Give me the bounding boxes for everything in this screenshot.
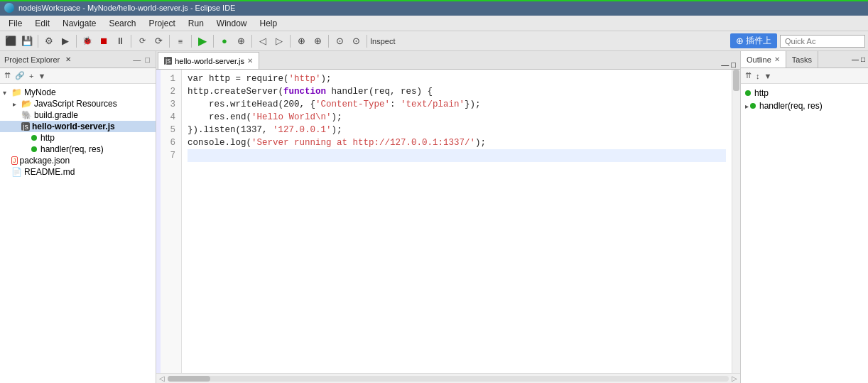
outline-maximize-button[interactable]: □ xyxy=(861,55,865,63)
editor-maximize-button[interactable]: □ xyxy=(731,60,736,69)
tree-item-helloserver[interactable]: js hello-world-server.js xyxy=(0,121,156,132)
tree-item-packagejson[interactable]: J package.json xyxy=(0,155,156,166)
menu-run[interactable]: Run xyxy=(183,17,210,30)
code-content[interactable]: var http = require('http'); http.createS… xyxy=(182,70,732,373)
minimize-button[interactable]: — xyxy=(131,55,142,65)
jsresources-icon: 📂 xyxy=(21,99,32,109)
outline-close-icon[interactable]: ✕ xyxy=(774,55,780,63)
toolbar-btn-9[interactable]: ◁ xyxy=(255,33,271,49)
tree-label-helloserver: hello-world-server.js xyxy=(32,122,115,131)
tree-item-readme[interactable]: 📄 README.md xyxy=(0,166,156,178)
toolbar-btn-7[interactable]: ● xyxy=(217,33,232,49)
menu-file[interactable]: File xyxy=(3,17,28,30)
toolbar-sep-8 xyxy=(290,35,291,48)
editor-minimize-button[interactable]: — xyxy=(721,60,729,69)
stop-button[interactable]: ⏹ xyxy=(96,33,112,49)
toolbar-btn-4[interactable]: ⟳ xyxy=(134,33,150,49)
dot-handler xyxy=(31,146,37,152)
tab-close-icon[interactable]: ✕ xyxy=(247,57,253,65)
tab-outline[interactable]: Outline ✕ xyxy=(741,51,786,68)
quick-access-input[interactable] xyxy=(780,35,865,48)
horizontal-scrollbar[interactable]: ◁ ▷ xyxy=(156,373,740,383)
outline-sort-button[interactable]: ↕ xyxy=(754,70,761,82)
tree-item-handler[interactable]: handler(req, res) xyxy=(0,144,156,155)
code-line-6: console.log('Server running at http://12… xyxy=(188,136,726,149)
scroll-right-arrow[interactable]: ▷ xyxy=(732,374,737,382)
inspect-button[interactable]: Inspect xyxy=(370,37,395,45)
outline-item-http[interactable]: http xyxy=(741,87,868,99)
eclipse-icon xyxy=(4,3,14,13)
baidu-plugin-button[interactable]: ⊕ 插件上 xyxy=(730,33,777,48)
toolbar-btn-5[interactable]: ⟳ xyxy=(151,33,166,49)
tab-js-icon: js xyxy=(164,57,172,65)
toolbar-btn-12[interactable]: ⊕ xyxy=(310,33,325,49)
code-line-4: res.end('Hello World\n'); xyxy=(188,111,726,124)
baidu-icon: ⊕ xyxy=(736,36,744,46)
code-editor[interactable]: 1 2 3 4 5 6 7 var http = require('http')… xyxy=(156,70,740,373)
toolbar-btn-2[interactable]: ▶ xyxy=(58,33,73,49)
toolbar-btn-10[interactable]: ▷ xyxy=(271,33,287,49)
vertical-scrollbar[interactable] xyxy=(732,70,740,373)
toolbar: ⬛ 💾 ⚙ ▶ 🐞 ⏹ ⏸ ⟳ ⟳ ≡ ▶ ● ⊕ ◁ ▷ ⊕ ⊕ ⊙ ⊙ In… xyxy=(0,31,868,51)
menu-search[interactable]: Search xyxy=(103,17,141,30)
new-button-exp[interactable]: + xyxy=(28,70,35,82)
outline-item-handler[interactable]: ▸ handler(req, res) xyxy=(741,99,868,112)
run-button[interactable]: ▶ xyxy=(195,33,210,49)
menu-project[interactable]: Project xyxy=(143,17,180,30)
tree-arrow-jsresources: ▸ xyxy=(13,100,20,108)
tree-item-buildgradle[interactable]: 🐘 build.gradle xyxy=(0,109,156,121)
toolbar-btn-11[interactable]: ⊕ xyxy=(293,33,309,49)
debug-button[interactable]: 🐞 xyxy=(80,33,95,49)
settings-button[interactable]: ⚙ xyxy=(41,33,57,49)
project-explorer-header: Project Explorer ✕ — □ xyxy=(0,51,156,68)
code-line-3: res.writeHead(200, {'Content-Type': 'tex… xyxy=(188,98,726,111)
main-layout: Project Explorer ✕ — □ ⇈ 🔗 + ▼ ▾ 📁 xyxy=(0,51,868,383)
tab-tasks[interactable]: Tasks xyxy=(786,51,818,68)
code-line-7 xyxy=(188,149,726,162)
toolbar-sep-9 xyxy=(328,35,329,48)
outline-tabs: Outline ✕ Tasks — □ xyxy=(741,51,868,68)
toolbar-btn-14[interactable]: ⊙ xyxy=(348,33,364,49)
right-panel: Outline ✕ Tasks — □ ⇈ ↕ ▼ http xyxy=(740,51,868,383)
toolbar-btn-8[interactable]: ⊕ xyxy=(233,33,249,49)
tree-item-jsresources[interactable]: ▸ 📂 JavaScript Resources xyxy=(0,98,156,109)
toolbar-btn-13[interactable]: ⊙ xyxy=(332,33,347,49)
panel-close-icon[interactable]: ✕ xyxy=(65,55,71,63)
outline-label-http: http xyxy=(754,88,769,98)
outline-filter-button[interactable]: ▼ xyxy=(763,70,774,82)
scrollbar-thumb-h xyxy=(168,376,210,382)
line-numbers: 1 2 3 4 5 6 7 xyxy=(161,70,182,373)
outline-label-handler: handler(req, res) xyxy=(759,101,823,111)
toolbar-btn-3[interactable]: ⏸ xyxy=(112,33,128,49)
scrollbar-track[interactable] xyxy=(168,376,729,382)
json-icon: J xyxy=(11,156,18,165)
maximize-button[interactable]: □ xyxy=(143,55,151,65)
outline-minimize-button[interactable]: — xyxy=(852,55,859,63)
new-button[interactable]: ⬛ xyxy=(3,33,18,49)
line-num-5: 5 xyxy=(166,124,175,136)
save-button[interactable]: 💾 xyxy=(19,33,35,49)
tree-item-mynode[interactable]: ▾ 📁 MyNode xyxy=(0,87,156,98)
collapse-all-button[interactable]: ⇈ xyxy=(3,70,12,82)
toolbar-sep-1 xyxy=(38,35,38,48)
menu-edit[interactable]: Edit xyxy=(29,17,55,30)
progress-bar xyxy=(0,0,868,1)
outline-arrow-handler: ▸ xyxy=(745,102,749,110)
editor-tab-helloserver[interactable]: js hello-world-server.js ✕ xyxy=(158,52,259,69)
scrollbar-thumb-v xyxy=(733,70,739,91)
menu-window[interactable]: Window xyxy=(211,17,253,30)
js-file-icon-tree: js xyxy=(21,122,30,131)
toolbar-sep-3 xyxy=(131,35,131,48)
tree-label-packagejson: package.json xyxy=(20,156,70,166)
toolbar-sep-10 xyxy=(367,35,367,48)
tree-item-http[interactable]: http xyxy=(0,132,156,144)
project-explorer-title: Project Explorer xyxy=(4,55,60,64)
toolbar-btn-6[interactable]: ≡ xyxy=(173,33,188,49)
outline-collapse-button[interactable]: ⇈ xyxy=(744,70,753,82)
filter-button[interactable]: ▼ xyxy=(36,70,47,82)
menu-help[interactable]: Help xyxy=(254,17,283,30)
gradle-icon: 🐘 xyxy=(21,110,32,120)
scroll-left-arrow[interactable]: ◁ xyxy=(159,374,165,382)
menu-navigate[interactable]: Navigate xyxy=(57,17,102,30)
link-editor-button[interactable]: 🔗 xyxy=(13,70,26,82)
